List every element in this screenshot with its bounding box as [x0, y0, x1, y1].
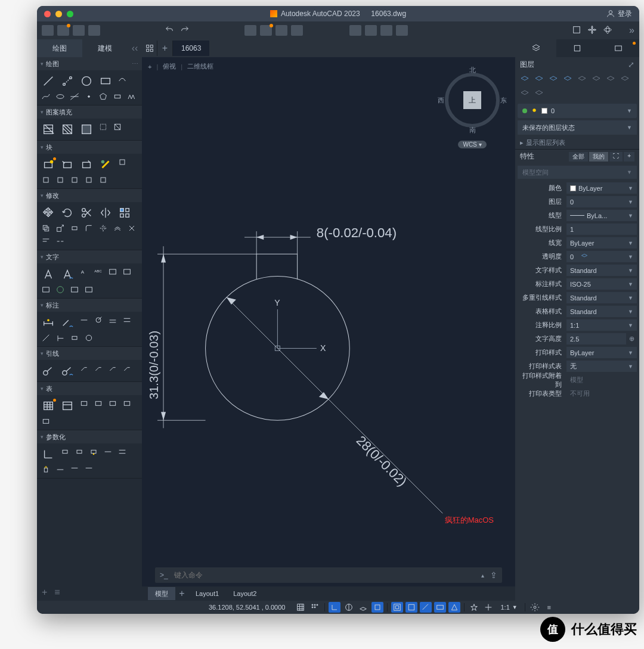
prop-textheight-input[interactable]: 2.5 — [566, 333, 626, 344]
paste-button[interactable] — [396, 25, 408, 36]
table-style-tool[interactable] — [58, 398, 76, 414]
erase-tool[interactable] — [125, 222, 138, 234]
props-add-button[interactable]: + — [624, 152, 634, 162]
ellipse-tool[interactable] — [54, 91, 67, 103]
layer-iso-button[interactable] — [577, 75, 587, 85]
param-tool-6[interactable] — [39, 464, 52, 476]
layer-delete-button[interactable] — [534, 89, 544, 99]
new-tab-button[interactable]: + — [157, 41, 173, 56]
prop-transparency-input[interactable]: 0 ▼ — [566, 251, 637, 262]
param-tool-7[interactable] — [54, 464, 67, 476]
props-filter-all[interactable]: 全部 — [569, 152, 588, 162]
section-table-header[interactable]: 表 — [37, 382, 142, 395]
file-tab[interactable]: 16063 — [173, 41, 210, 56]
boundary-tool[interactable] — [78, 121, 95, 138]
panel-tab-refs[interactable] — [598, 39, 639, 57]
layout-tab-2[interactable]: Layout2 — [226, 587, 264, 600]
toolbar-overflow-button[interactable]: » — [629, 25, 634, 36]
mirror-tool[interactable] — [97, 204, 114, 221]
prop-linetype-dropdown[interactable]: ByLa...▼ — [566, 210, 637, 221]
current-layer-dropdown[interactable]: 0 ▼ — [518, 104, 637, 118]
layout-add-button[interactable]: + — [175, 588, 188, 599]
text-tool-7[interactable] — [68, 284, 81, 296]
sb-gear-button[interactable] — [529, 602, 541, 613]
leader-style-tool[interactable] — [58, 362, 76, 379]
param-tool-4[interactable] — [101, 446, 114, 458]
section-text-header[interactable]: 文字 — [37, 250, 142, 263]
tab-model[interactable]: 建模 — [82, 39, 128, 57]
edit-block-tool[interactable] — [78, 156, 95, 173]
circle-tool[interactable] — [78, 73, 95, 89]
point-tool[interactable] — [82, 91, 95, 103]
prop-textstyle-dropdown[interactable]: Standard▼ — [566, 265, 637, 276]
palette-menu-button[interactable]: ≡ — [54, 587, 60, 598]
explode-tool[interactable] — [97, 222, 110, 234]
orbit-button[interactable] — [603, 25, 615, 36]
align-tool[interactable] — [39, 235, 52, 247]
table-tool-3[interactable] — [106, 398, 119, 409]
sb-anno-button[interactable] — [468, 602, 480, 613]
leader-tool-3[interactable] — [106, 362, 119, 374]
table-tool-5[interactable] — [39, 415, 52, 427]
arc-tool[interactable] — [116, 73, 129, 85]
layer-prev-button[interactable] — [620, 75, 630, 85]
show-layer-list-button[interactable]: ▸ 显示图层列表 — [515, 136, 639, 149]
prop-color-dropdown[interactable]: ByLayer▼ — [566, 182, 637, 194]
section-block-header[interactable]: 块 — [37, 141, 142, 154]
page-setup-button[interactable] — [275, 25, 287, 36]
array-tool[interactable] — [116, 204, 134, 221]
param-constraint-tool[interactable] — [39, 446, 57, 462]
cut-button[interactable] — [380, 25, 392, 36]
publish-button[interactable] — [291, 25, 303, 36]
section-dim-header[interactable]: 标注 — [37, 299, 142, 312]
block-tool-4[interactable] — [68, 174, 81, 186]
prop-tablestyle-dropdown[interactable]: Standard▼ — [566, 306, 637, 317]
viewcube-west[interactable]: 西 — [438, 96, 444, 105]
hatch-tool[interactable] — [39, 121, 57, 138]
command-history-button[interactable]: ▴ — [481, 572, 484, 579]
dim-tool-7[interactable] — [68, 332, 81, 344]
save-as-button[interactable] — [88, 25, 100, 36]
block-tool-5[interactable] — [82, 174, 95, 186]
panel-tab-layers[interactable] — [515, 39, 556, 57]
move-tool[interactable] — [39, 204, 57, 221]
param-tool-3[interactable] — [87, 446, 100, 458]
param-tool-8[interactable] — [68, 464, 81, 476]
redo-button[interactable] — [180, 25, 192, 36]
scale-tool[interactable] — [54, 222, 67, 234]
textheight-pick-button[interactable]: ⊕ — [626, 335, 637, 343]
insert-block-tool[interactable] — [39, 156, 57, 173]
viewcube-face[interactable]: 上 — [463, 91, 481, 109]
polygon-tool[interactable] — [97, 91, 110, 103]
dim-tool-5[interactable] — [39, 332, 52, 344]
viewcube-south[interactable]: 南 — [469, 126, 476, 135]
panel-popout-button[interactable]: ⤢ — [628, 60, 634, 69]
sb-ortho-button[interactable] — [329, 602, 340, 613]
tab-grid-button[interactable] — [142, 41, 157, 56]
rectangle-tool[interactable] — [97, 73, 114, 89]
table-tool-1[interactable] — [78, 398, 91, 409]
save-button[interactable] — [73, 25, 85, 36]
section-draw-header[interactable]: 绘图⋯ — [37, 57, 142, 70]
sb-lwt-button[interactable] — [405, 602, 417, 613]
canvas[interactable]: + | 俯视 | 二维线框 — [142, 57, 515, 567]
spline-tool[interactable] — [39, 91, 52, 103]
table-tool-4[interactable] — [120, 398, 134, 409]
sb-otrack-button[interactable] — [391, 602, 403, 613]
layout-tab-model[interactable]: 模型 — [148, 587, 175, 600]
mleader-tool[interactable] — [39, 362, 57, 379]
rotate-tool[interactable] — [58, 204, 76, 221]
param-tool-5[interactable] — [116, 446, 129, 458]
prop-dimstyle-dropdown[interactable]: ISO-25▼ — [566, 278, 637, 290]
tab-draw[interactable]: 绘图 — [37, 39, 82, 57]
mtext-tool[interactable] — [39, 266, 57, 282]
param-tool-2[interactable] — [73, 446, 86, 458]
dim-tool-3[interactable] — [106, 314, 119, 326]
text-tool-1[interactable]: A — [78, 266, 91, 278]
print-button[interactable] — [244, 25, 256, 36]
panel-tab-blocks[interactable] — [556, 39, 597, 57]
zigzag-tool[interactable] — [125, 91, 138, 103]
section-modify-header[interactable]: 修改 — [37, 189, 142, 202]
offset-tool[interactable] — [111, 222, 124, 234]
layer-off-button[interactable] — [534, 75, 544, 85]
